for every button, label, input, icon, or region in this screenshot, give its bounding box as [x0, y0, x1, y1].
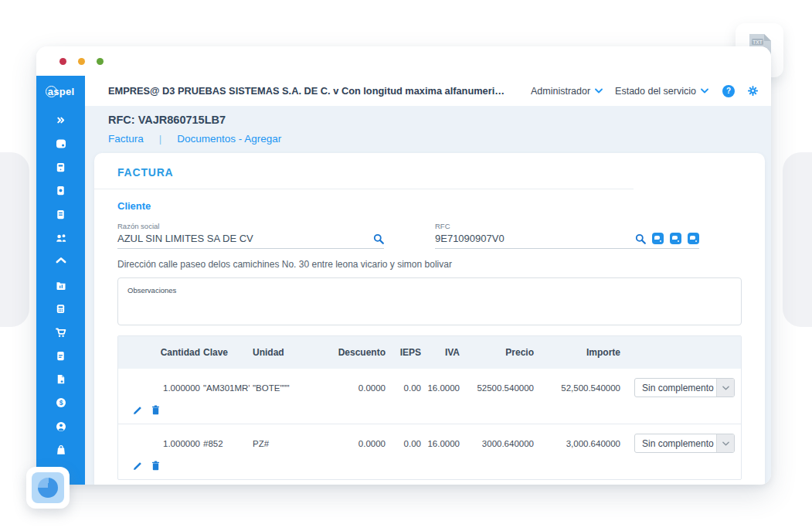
items-table: Cantidad Clave Unidad Descuento IEPS IVA…: [117, 335, 742, 480]
row-iva: 16.0000: [421, 383, 460, 393]
col-ieps: IEPS: [386, 347, 421, 358]
section-divider: [94, 189, 634, 189]
col-importe: Importe: [534, 347, 620, 358]
window-maximize-button[interactable]: [97, 58, 104, 65]
trash-icon: [151, 461, 160, 471]
tab-documentos-agregar[interactable]: Documentos - Agregar: [177, 133, 281, 145]
search-icon: [635, 233, 646, 244]
client-action-button-1[interactable]: [652, 233, 664, 244]
invoices-icon: [55, 373, 66, 385]
invoice-panel: FACTURA Cliente Razón social AZUL SIN LI…: [94, 153, 765, 485]
subheader-band: RFC: VAJR860715LB7 Factura | Documentos …: [85, 106, 771, 153]
help-button[interactable]: ?: [722, 85, 735, 97]
row-precio: 3000.640000: [460, 439, 534, 448]
service-status-menu[interactable]: Estado del servicio: [615, 86, 708, 97]
user-menu[interactable]: Administrador: [531, 86, 603, 97]
client-rfc-search-button[interactable]: [635, 233, 646, 244]
col-iva: IVA: [421, 347, 460, 358]
calculator-icon: [55, 303, 66, 315]
user-menu-label: Administrador: [531, 86, 590, 97]
delete-row-button[interactable]: [151, 405, 160, 415]
delete-row-button[interactable]: [151, 461, 160, 471]
sidebar-item-banking[interactable]: [36, 179, 85, 203]
sidebar-item-collapse[interactable]: [36, 108, 85, 132]
complemento-select[interactable]: Sin complemento: [634, 378, 735, 397]
page: TXT aspel: [0, 0, 812, 531]
razon-social-label: Razón social: [117, 222, 384, 230]
background-shape-right: [783, 152, 812, 327]
sidebar-item-purchases[interactable]: [36, 321, 85, 345]
client-action-button-3[interactable]: [688, 233, 699, 244]
sidebar: aspel: [36, 76, 85, 485]
sidebar-item-terminal[interactable]: [36, 155, 85, 179]
collapse-icon: [56, 115, 66, 125]
sidebar-item-clients[interactable]: [36, 226, 85, 250]
row-descuento: 0.0000: [318, 439, 386, 448]
sidebar-item-payments[interactable]: $: [36, 391, 85, 415]
window-close-button[interactable]: [59, 58, 66, 65]
messages-icon: [55, 138, 67, 150]
table-row: 1.000000 "AM301MR"" "BOTE""" 0.0000 0.00…: [118, 369, 741, 424]
edit-row-button[interactable]: [133, 405, 143, 415]
page-title: FACTURA: [117, 166, 742, 179]
floating-chart-card[interactable]: [26, 467, 70, 509]
gear-icon: [747, 85, 759, 97]
observaciones-label: Observaciones: [127, 286, 732, 294]
search-icon: [373, 233, 384, 244]
app-header: EMPRES@ D3 PRUEBAS SISTEMAS S.A. DE C. v…: [85, 76, 771, 106]
sidebar-item-home[interactable]: [36, 250, 85, 274]
col-precio: Precio: [460, 347, 534, 358]
company-rfc: RFC: VAJR860715LB7: [108, 114, 771, 126]
row-clave: #852: [200, 439, 250, 448]
chevron-down-icon: [701, 88, 708, 94]
window-minimize-button[interactable]: [78, 58, 85, 65]
client-action-button-2[interactable]: [670, 233, 681, 244]
home-icon: [55, 255, 67, 267]
sidebar-item-invoices[interactable]: [36, 368, 85, 392]
sidebar-item-messages[interactable]: [36, 132, 85, 156]
observaciones-textarea[interactable]: Observaciones: [117, 277, 742, 325]
sidebar-item-notes[interactable]: [36, 344, 85, 368]
complemento-value: Sin complemento: [635, 383, 716, 393]
row-ieps: 0.00: [386, 383, 421, 393]
products-icon: [55, 444, 67, 456]
complemento-select[interactable]: Sin complemento: [634, 434, 735, 453]
client-rfc-input[interactable]: 9E71090907V0: [435, 233, 629, 244]
table-row: 1.000000 #852 PZ# 0.0000 0.00 16.0000 30…: [118, 424, 741, 479]
tab-factura[interactable]: Factura: [108, 133, 144, 145]
breadcrumb-tabs: Factura | Documentos - Agregar: [108, 133, 771, 153]
razon-social-search-button[interactable]: [373, 233, 384, 244]
row-iva: 16.0000: [421, 439, 460, 448]
razon-social-field: Razón social AZUL SIN LIMITES SA DE CV: [117, 222, 384, 249]
client-rfc-field: RFC 9E71090907V0: [435, 222, 699, 249]
sidebar-item-products[interactable]: [36, 438, 85, 462]
pie-chart-icon: [38, 478, 58, 498]
notes-icon: [55, 350, 66, 362]
sidebar-item-documents[interactable]: [36, 203, 85, 226]
razon-social-input[interactable]: AZUL SIN LIMITES SA DE CV: [117, 233, 367, 244]
banking-icon: [55, 185, 66, 196]
items-table-header: Cantidad Clave Unidad Descuento IEPS IVA…: [118, 336, 741, 369]
sidebar-item-account[interactable]: [36, 415, 85, 439]
main-area: EMPRES@ D3 PRUEBAS SISTEMAS S.A. DE C. v…: [85, 76, 771, 485]
app-window: aspel: [36, 46, 771, 485]
row-clave: "AM301MR"": [200, 383, 250, 393]
company-title: EMPRES@ D3 PRUEBAS SISTEMAS S.A. DE C. v…: [108, 85, 518, 97]
settings-button[interactable]: [747, 85, 759, 97]
col-descuento: Descuento: [318, 347, 386, 358]
help-icon: ?: [726, 87, 731, 95]
pencil-icon: [133, 461, 143, 471]
payments-icon: $: [55, 397, 67, 409]
select-chevron: [716, 379, 734, 397]
complemento-value: Sin complemento: [635, 438, 716, 449]
service-status-label: Estado del servicio: [615, 86, 696, 97]
sidebar-item-reports[interactable]: [36, 274, 85, 298]
sidebar-item-calculator[interactable]: [36, 297, 85, 321]
row-precio: 52500.540000: [460, 383, 534, 393]
col-cantidad: Cantidad: [154, 347, 200, 358]
documents-icon: [55, 209, 66, 220]
client-address: Dirección calle paseo delos camichines N…: [117, 259, 742, 270]
row-unidad: "BOTE""": [250, 383, 318, 393]
edit-row-button[interactable]: [133, 461, 143, 471]
row-cantidad: 1.000000: [154, 439, 200, 448]
